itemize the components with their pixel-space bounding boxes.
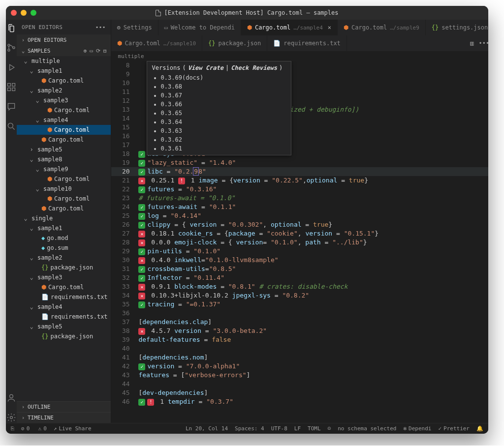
version-item[interactable]: 0.3.65 bbox=[161, 109, 286, 118]
tree-folder[interactable]: ⌄ sample1 bbox=[17, 223, 111, 233]
language-mode[interactable]: TOML bbox=[308, 425, 321, 432]
tree-folder[interactable]: ⌄ sample2 bbox=[17, 253, 111, 263]
tree-file[interactable]: ⬢ Cargo.toml bbox=[17, 194, 111, 204]
tree-folder[interactable]: ⌄ sample3 bbox=[17, 95, 111, 105]
outline-section[interactable]: ›OUTLINE bbox=[17, 401, 111, 412]
code-line[interactable]: # futures-await = "0.1.0" bbox=[135, 194, 488, 203]
refresh-icon[interactable]: ⟳ bbox=[96, 48, 100, 54]
tree-folder[interactable]: ⌄ sample9 bbox=[17, 164, 111, 174]
breadcrumbs[interactable]: multiple bbox=[111, 51, 488, 61]
tab[interactable]: {}settings.json bbox=[426, 20, 488, 35]
code-line[interactable]: features = ["verbose-errors"] bbox=[135, 371, 488, 380]
code-line[interactable]: ✓! 1 tempdir = "0.3.7" bbox=[135, 397, 488, 406]
timeline-section[interactable]: ›TIMELINE bbox=[17, 412, 111, 423]
version-item[interactable]: 0.3.62 bbox=[161, 135, 286, 144]
new-file-icon[interactable]: ⊕ bbox=[84, 48, 87, 54]
code-line[interactable]: ✓"lazy_static" = "1.4.0" bbox=[135, 158, 488, 167]
collapse-icon[interactable]: ⊟ bbox=[103, 48, 107, 54]
tree-folder[interactable]: ⌄ sample2 bbox=[17, 86, 111, 95]
tab[interactable]: ⬢Cargo.toml…/sample9 bbox=[338, 20, 426, 35]
version-item[interactable]: 0.3.64 bbox=[161, 118, 286, 126]
schema-status[interactable]: no schema selected bbox=[338, 425, 396, 432]
version-item[interactable]: 0.3.61 bbox=[161, 144, 286, 153]
code-line[interactable] bbox=[135, 344, 488, 353]
code-line[interactable]: ✕ 0.25.1 ! 1 image = {version = "0.22.5"… bbox=[135, 176, 488, 185]
comments-icon[interactable] bbox=[6, 101, 17, 112]
code-line[interactable]: ✓futures = "0.3.16" bbox=[135, 185, 488, 194]
tree-file[interactable]: ⬢ Cargo.toml bbox=[17, 105, 111, 115]
code-line[interactable]: ✕ 0.9.1 block-modes = "0.8.1" # crates: … bbox=[135, 282, 488, 291]
view-crate-link[interactable]: View Crate bbox=[188, 64, 223, 71]
code-line[interactable]: ✓crossbeam-utils="0.8.5" bbox=[135, 265, 488, 273]
code-line[interactable]: default-features = false bbox=[135, 335, 488, 344]
errors-warnings[interactable]: ⊘ 0 ⚠ 0 bbox=[21, 425, 47, 432]
tree-folder[interactable]: ⌄ sample10 bbox=[17, 184, 111, 194]
code-line[interactable]: [dependencies.clap] bbox=[135, 318, 488, 327]
cursor-position[interactable]: Ln 20, Col 14 bbox=[186, 425, 228, 432]
tree-folder[interactable]: ⌄ single bbox=[17, 213, 111, 223]
code-line[interactable]: ✓futures-await = "0.1.1" bbox=[135, 203, 488, 211]
tree-folder[interactable]: ⌄ sample4 bbox=[17, 302, 111, 312]
tree-file[interactable]: ⬢ Cargo.toml bbox=[17, 76, 111, 86]
code-line[interactable] bbox=[135, 309, 488, 318]
samples-section[interactable]: ⌄SAMPLES ⊕ ▭ ⟳ ⊟ bbox=[17, 45, 111, 56]
version-item[interactable]: 0.3.63 bbox=[161, 126, 286, 135]
tab[interactable]: 📄requirements.txt bbox=[267, 35, 347, 51]
tree-file[interactable]: ⬢ Cargo.toml bbox=[17, 125, 111, 135]
new-folder-icon[interactable]: ▭ bbox=[90, 48, 93, 54]
live-share-button[interactable]: ↗ Live Share bbox=[54, 425, 92, 432]
tree-folder[interactable]: ⌄ sample3 bbox=[17, 272, 111, 282]
tree-folder[interactable]: ⌄ sample1 bbox=[17, 66, 111, 76]
eol[interactable]: LF bbox=[294, 425, 301, 432]
tree-file[interactable]: 📄 requirements.txt bbox=[17, 312, 111, 322]
account-icon[interactable] bbox=[6, 392, 17, 403]
debug-icon[interactable] bbox=[6, 62, 17, 73]
tree-folder[interactable]: ⌄ sample8 bbox=[17, 154, 111, 164]
tree-file[interactable]: {} package.json bbox=[17, 331, 111, 341]
sidebar-more-icon[interactable]: ••• bbox=[95, 24, 106, 30]
scm-icon[interactable] bbox=[6, 42, 17, 53]
tab[interactable]: ⬢Cargo.toml…/sample10 bbox=[111, 35, 202, 51]
code-line[interactable]: ✓clippy = { version = "0.0.302", optiona… bbox=[135, 220, 488, 229]
version-item[interactable]: 0.3.67 bbox=[161, 91, 286, 100]
dependi-status[interactable]: ✻ Dependi bbox=[403, 425, 431, 432]
code-line[interactable]: ✓version = "7.0.0-alpha1" bbox=[135, 362, 488, 371]
tree-folder[interactable]: ⌄ sample4 bbox=[17, 115, 111, 125]
code-editor[interactable]: 8910111213141516171819202122232425262728… bbox=[111, 61, 488, 423]
feedback-icon[interactable]: ☺ bbox=[328, 425, 331, 432]
extensions-icon[interactable] bbox=[6, 82, 17, 92]
tab[interactable]: ⬢Cargo.toml…/sample4× bbox=[241, 20, 338, 35]
code-line[interactable]: [dev-dependencies] bbox=[135, 388, 488, 397]
tab[interactable]: ▭Welcome to Dependi bbox=[158, 20, 241, 35]
split-editor-icon[interactable]: ▥ bbox=[470, 40, 473, 47]
code-line[interactable]: ✕ 0.10.3+libjxl-0.10.2 jpegxl-sys = "0.8… bbox=[135, 291, 488, 300]
code-line[interactable]: ✓Inflector = "0.11.4" bbox=[135, 273, 488, 282]
code-line[interactable]: ✕ 0.0.0 emoji-clock = { version= "0.1.0"… bbox=[135, 238, 488, 247]
tree-file[interactable]: ⬢ Cargo.toml bbox=[17, 174, 111, 184]
tree-file[interactable]: ⬢ Cargo.toml bbox=[17, 204, 111, 213]
tree-folder[interactable]: ⌄ sample5 bbox=[17, 322, 111, 331]
bell-icon[interactable]: 🔔 bbox=[476, 425, 483, 432]
code-line[interactable]: [dependencies.nom] bbox=[135, 353, 488, 362]
code-line[interactable]: ✕ 0.4.0 inkwell="0.1.0-llvm8sample" bbox=[135, 256, 488, 265]
tree-file[interactable]: ◆ go.sum bbox=[17, 243, 111, 253]
remote-button[interactable]: ⎘ bbox=[11, 425, 14, 432]
tree-file[interactable]: ⬢ Cargo.toml bbox=[17, 282, 111, 292]
tab[interactable]: ⚙Settings bbox=[111, 20, 158, 35]
explorer-icon[interactable] bbox=[6, 23, 17, 33]
close-tab-icon[interactable]: × bbox=[328, 24, 331, 31]
search-icon[interactable] bbox=[6, 121, 17, 132]
code-line[interactable]: ✓log = "0.4.14" bbox=[135, 211, 488, 220]
indentation[interactable]: Spaces: 4 bbox=[235, 425, 264, 432]
tree-file[interactable]: 📄 requirements.txt bbox=[17, 292, 111, 302]
encoding[interactable]: UTF-8 bbox=[271, 425, 287, 432]
open-editors-section[interactable]: ›OPEN EDITORS bbox=[17, 34, 111, 45]
tab[interactable]: {}package.json bbox=[202, 35, 267, 51]
version-item[interactable]: 0.3.66 bbox=[161, 100, 286, 109]
version-item[interactable]: 0.3.69(docs) bbox=[161, 73, 286, 82]
code-line[interactable]: ✓libc = "0.2.98" bbox=[135, 167, 488, 176]
tree-file[interactable]: ⬢ Cargo.toml bbox=[17, 135, 111, 145]
code-line[interactable]: ✓tracing = "=0.1.37" bbox=[135, 300, 488, 309]
version-item[interactable]: 0.3.68 bbox=[161, 82, 286, 91]
tree-file[interactable]: {} package.json bbox=[17, 263, 111, 272]
